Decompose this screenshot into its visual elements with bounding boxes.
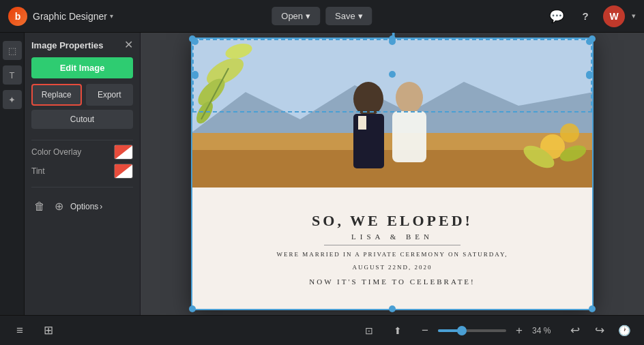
props-close-button[interactable]: ✕ [124, 40, 133, 50]
app-title-chevron: ▾ [110, 12, 113, 20]
export-view-icon: ⬆ [394, 325, 402, 336]
tool-icon-2: T [10, 70, 15, 80]
color-overlay-row: Color Overlay [31, 145, 133, 160]
save-chevron: ▾ [358, 11, 363, 21]
copy-icon: ⊕ [55, 200, 63, 212]
swatch-diag-overlay [115, 145, 132, 160]
tint-swatch[interactable] [114, 164, 133, 179]
open-label: Open [281, 11, 303, 21]
svg-point-4 [353, 82, 383, 116]
history-button[interactable]: 🕐 [614, 320, 634, 341]
couple-svg [191, 38, 594, 188]
main-area: ⬚ T ✦ Image Properties ✕ Edit Image Repl… [0, 33, 644, 315]
zoom-in-button[interactable]: + [510, 322, 528, 340]
svg-point-7 [396, 82, 423, 113]
app-title[interactable]: Graphic Designer ▾ [33, 11, 113, 22]
edit-image-button[interactable]: Edit Image [31, 57, 133, 78]
zoom-percentage: 34 % [532, 326, 557, 335]
redo-button[interactable]: ↪ [589, 320, 610, 341]
props-title: Image Properties [31, 40, 104, 50]
topbar-right: 💬 ? W ▾ [546, 5, 636, 27]
save-label: Save [335, 11, 355, 21]
props-panel: Image Properties ✕ Edit Image Replace Ex… [25, 33, 141, 315]
color-overlay-swatch[interactable] [114, 145, 133, 160]
app-logo[interactable]: b [8, 7, 27, 26]
swatch-diag-tint [115, 164, 132, 179]
options-chevron: › [100, 202, 102, 211]
export-label: Export [98, 90, 121, 100]
grid-button[interactable]: ⊞ [38, 320, 59, 341]
color-overlay-label: Color Overlay [31, 147, 81, 157]
fit-screen-button[interactable]: ⊡ [359, 320, 379, 341]
user-initial: W [609, 11, 618, 22]
design-body1: WERE MARRIED IN A PRIVATE CEREMONY ON SA… [276, 250, 508, 259]
svg-rect-8 [392, 111, 426, 162]
options-label: Options [70, 202, 98, 211]
save-button[interactable]: Save ▾ [325, 7, 372, 25]
icon-bar-item-3[interactable]: ✦ [3, 90, 22, 109]
action-row-replace-export: Replace Export [31, 84, 133, 106]
export-view-button[interactable]: ⬆ [387, 320, 408, 341]
export-button[interactable]: Export [86, 84, 134, 106]
help-button[interactable]: ? [574, 5, 596, 27]
icon-bar: ⬚ T ✦ [0, 33, 25, 315]
grid-icon: ⊞ [44, 323, 53, 338]
bottom-right-icons: ↩ ↪ 🕐 [565, 320, 634, 341]
logo-letter: b [15, 11, 21, 22]
topbar: b Graphic Designer ▾ Open ▾ Save ▾ 💬 ? W… [0, 0, 644, 33]
icon-bar-item-1[interactable]: ⬚ [3, 41, 22, 60]
icon-bar-item-2[interactable]: T [3, 65, 22, 85]
user-avatar[interactable]: W [603, 5, 625, 27]
undo-icon: ↩ [570, 323, 580, 338]
replace-button[interactable]: Replace [31, 84, 82, 106]
svg-rect-5 [353, 114, 384, 168]
chat-button[interactable]: 💬 [546, 5, 568, 27]
replace-label: Replace [42, 90, 72, 100]
cutout-button[interactable]: Cutout [31, 110, 133, 129]
user-chevron: ▾ [632, 12, 636, 20]
copy-button[interactable]: ⊕ [52, 197, 66, 215]
tool-icon-1: ⬚ [8, 46, 16, 56]
couple-photo [191, 38, 594, 188]
divider-2 [31, 187, 133, 188]
topbar-center-actions: Open ▾ Save ▾ [272, 7, 372, 25]
tool-icon-3: ✦ [8, 95, 16, 105]
open-button[interactable]: Open ▾ [272, 7, 320, 25]
trash-icon: 🗑 [34, 200, 45, 212]
canvas-area[interactable]: SO, WE ELOPED! LISA & BEN WERE MARRIED I… [141, 33, 644, 315]
chat-icon: 💬 [549, 9, 564, 24]
design-names: LISA & BEN [351, 232, 433, 241]
zoom-out-button[interactable]: − [416, 322, 434, 340]
zoom-controls: − + 34 % [416, 322, 557, 340]
zoom-slider[interactable] [438, 329, 506, 332]
zoom-plus-icon: + [516, 324, 523, 338]
tint-label: Tint [31, 166, 45, 176]
design-main-title: SO, WE ELOPED! [312, 212, 473, 230]
options-row: 🗑 ⊕ Options › [31, 197, 133, 215]
divider-1 [31, 140, 133, 140]
options-button[interactable]: Options › [70, 202, 133, 211]
zoom-minus-icon: − [422, 324, 428, 338]
zoom-slider-thumb[interactable] [457, 326, 467, 335]
text-portion: SO, WE ELOPED! LISA & BEN WERE MARRIED I… [191, 188, 594, 310]
edit-image-label: Edit Image [60, 63, 105, 73]
svg-point-15 [560, 123, 579, 142]
design-celebrate: NOW IT'S TIME TO CELEBRATE! [309, 278, 475, 286]
design-body2: AUGUST 22ND, 2020 [352, 262, 432, 272]
history-icon: 🕐 [618, 325, 631, 337]
layers-button[interactable]: ≡ [10, 320, 30, 341]
layers-icon: ≡ [16, 324, 23, 338]
design-canvas: SO, WE ELOPED! LISA & BEN WERE MARRIED I… [191, 38, 594, 310]
svg-rect-6 [358, 116, 366, 130]
undo-button[interactable]: ↩ [565, 320, 585, 341]
redo-icon: ↪ [595, 323, 604, 338]
trash-button[interactable]: 🗑 [31, 198, 48, 215]
cutout-label: Cutout [70, 115, 94, 124]
open-chevron: ▾ [306, 11, 310, 21]
zoom-slider-fill [438, 329, 458, 332]
props-header: Image Properties ✕ [31, 40, 133, 50]
app-name-label: Graphic Designer [33, 11, 107, 22]
tint-row: Tint [31, 164, 133, 179]
photo-portion [191, 38, 594, 188]
text-divider [324, 245, 460, 245]
